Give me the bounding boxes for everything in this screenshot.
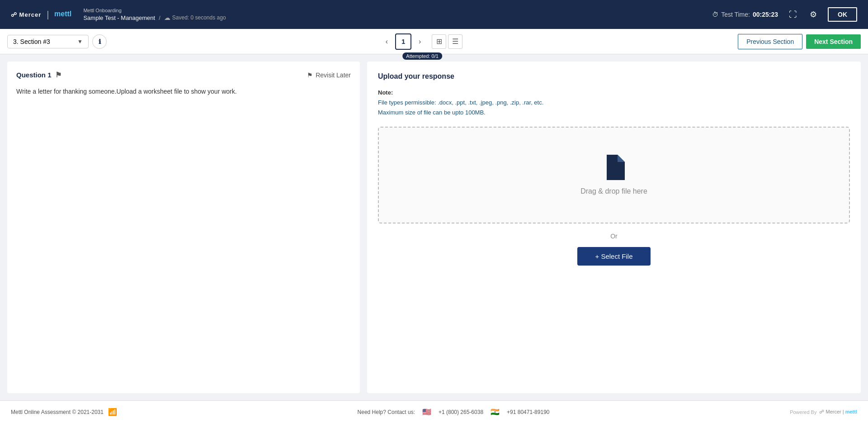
revisit-icon: ⚑ (307, 71, 313, 79)
next-page-button[interactable]: › (415, 36, 425, 48)
view-buttons: ⊞ ☰ (432, 34, 462, 49)
copyright-text: Mettl Online Assessment © 2021-2031 (11, 409, 104, 415)
timer-value: 00:25:23 (753, 11, 778, 18)
ok-button[interactable]: OK (828, 7, 857, 22)
india-flag-icon: 🇮🇳 (491, 408, 500, 416)
note-label: Note: (378, 89, 393, 96)
next-section-button[interactable]: Next Section (806, 34, 861, 49)
cloud-icon: ☁ (164, 14, 170, 21)
note-size: Maximum size of file can be upto 100MB. (378, 109, 486, 116)
fullscreen-button[interactable]: ⛶ (787, 8, 799, 21)
footer-center: Need Help? Contact us: 🇺🇸 +1 (800) 265-6… (358, 408, 550, 416)
logo-area: ☍ Mercer | mettl (11, 9, 76, 20)
question-panel: Question 1 ⚑ ⚑ Revisit Later Write a let… (7, 62, 360, 393)
toolbar-center: ‹ 1 › Attempted: 0/1 ⊞ ☰ (382, 33, 463, 50)
bookmark-icon[interactable]: ⚑ (55, 71, 61, 79)
question-number: Question 1 (16, 71, 52, 79)
phone-in: +91 80471-89190 (507, 409, 549, 415)
drag-drop-text: Drag & drop file here (580, 187, 647, 195)
question-title: Question 1 ⚑ (16, 71, 61, 79)
test-name: Sample Test - Management (83, 14, 155, 21)
main-content: Question 1 ⚑ ⚑ Revisit Later Write a let… (0, 54, 868, 400)
attempted-badge: Attempted: 0/1 (402, 52, 442, 60)
powered-by-label: Powered By (790, 409, 816, 415)
toolbar-right: Previous Section Next Section (738, 34, 861, 49)
select-file-button[interactable]: + Select File (577, 247, 651, 266)
note-file-types: File types permissible: .docx, .ppt, .tx… (378, 99, 543, 106)
section-dropdown[interactable]: 3. Section #3 ▼ (7, 35, 89, 48)
dropzone[interactable]: Drag & drop file here (378, 127, 850, 223)
header: ☍ Mercer | mettl Mettl Onboarding Sample… (0, 0, 868, 29)
header-left: ☍ Mercer | mettl Mettl Onboarding Sample… (11, 8, 226, 21)
page-number: 1 (395, 33, 411, 50)
clock-icon: ⏱ (712, 11, 718, 18)
prev-section-button[interactable]: Previous Section (738, 34, 802, 49)
question-header: Question 1 ⚑ ⚑ Revisit Later (16, 71, 351, 79)
svg-text:mettl: mettl (54, 10, 71, 18)
header-title: Mettl Onboarding Sample Test - Managemen… (83, 8, 226, 21)
brand-label: Mettl Onboarding (83, 8, 226, 13)
powered-by-logo: ☍ Mercer | mettl (819, 409, 857, 415)
separator: / (159, 14, 160, 21)
revisit-label: Revisit Later (316, 71, 351, 79)
us-flag-icon: 🇺🇸 (422, 408, 431, 416)
grid-view-button[interactable]: ⊞ (432, 34, 446, 49)
list-view-button[interactable]: ☰ (448, 34, 462, 49)
upload-note: Note: File types permissible: .docx, .pp… (378, 88, 850, 118)
revisit-later-button[interactable]: ⚑ Revisit Later (307, 71, 351, 79)
header-right: ⏱ Test Time: 00:25:23 ⛶ ⚙ OK (712, 7, 857, 22)
timer: ⏱ Test Time: 00:25:23 (712, 11, 778, 18)
settings-button[interactable]: ⚙ (808, 8, 819, 21)
test-name-row: Sample Test - Management / ☁ Saved: 0 se… (83, 14, 226, 21)
help-text: Need Help? Contact us: (358, 409, 415, 415)
mercer-logo: ☍ Mercer (11, 11, 41, 18)
wifi-icon: 📶 (108, 408, 117, 416)
upload-title: Upload your response (378, 72, 850, 81)
section-label: 3. Section #3 (13, 38, 50, 45)
question-text: Write a letter for thanking someone.Uplo… (16, 86, 351, 96)
timer-label: Test Time: (721, 11, 750, 18)
mettl-logo: mettl (54, 9, 76, 20)
logo-divider: | (47, 10, 49, 20)
chevron-down-icon: ▼ (77, 38, 83, 45)
phone-us: +1 (800) 265-6038 (439, 409, 483, 415)
file-icon (603, 155, 625, 180)
footer-right: Powered By ☍ Mercer | mettl (790, 409, 857, 415)
toolbar-left: 3. Section #3 ▼ ℹ (7, 34, 107, 49)
answer-panel: Upload your response Note: File types pe… (367, 62, 861, 393)
toolbar: 3. Section #3 ▼ ℹ ‹ 1 › Attempted: 0/1 ⊞… (0, 29, 868, 54)
footer-left: Mettl Online Assessment © 2021-2031 📶 (11, 408, 117, 416)
footer: Mettl Online Assessment © 2021-2031 📶 Ne… (0, 400, 868, 423)
info-button[interactable]: ℹ (92, 34, 107, 49)
or-divider: Or (378, 233, 850, 240)
saved-status: ☁ Saved: 0 seconds ago (164, 14, 226, 21)
prev-page-button[interactable]: ‹ (382, 36, 392, 48)
